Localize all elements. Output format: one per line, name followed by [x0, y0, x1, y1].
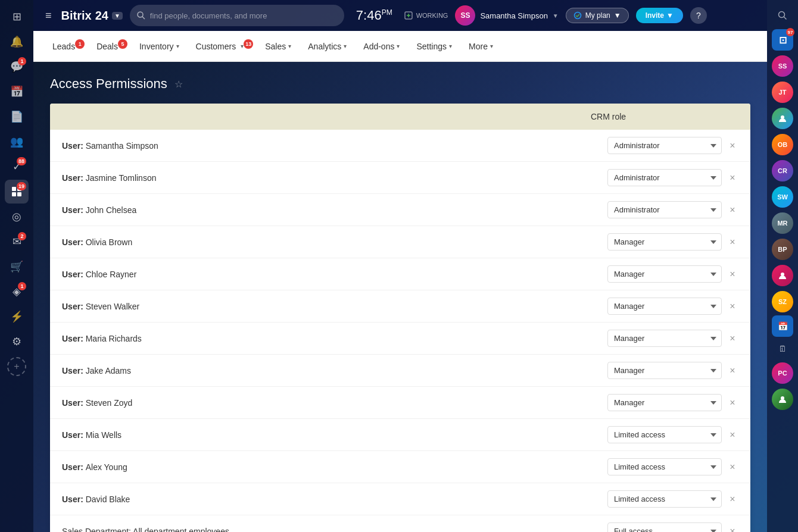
help-button[interactable]: ?	[690, 7, 707, 24]
right-avatar-5[interactable]: CR	[772, 160, 793, 181]
right-avatar-bp[interactable]: BP	[772, 239, 793, 260]
role-select-wrapper-11: AdministratorManagerLimited accessFull a…	[607, 458, 738, 475]
nav-item-inventory[interactable]: Inventory ▾	[132, 37, 186, 56]
email-badge: 2	[18, 232, 26, 240]
nav-item-analytics[interactable]: Analytics ▾	[301, 37, 354, 56]
invite-button[interactable]: Invite ▼	[636, 8, 683, 23]
app-logo[interactable]: Bitrix 24 ▼	[61, 9, 123, 23]
user-label-12: User: David Blake	[62, 495, 607, 504]
search-bar[interactable]	[130, 5, 344, 26]
right-calendar2-icon[interactable]: 🗓	[772, 338, 793, 359]
right-avatar-7[interactable]: MR	[772, 212, 793, 234]
row-close-12[interactable]: ×	[727, 494, 738, 505]
nav-item-addons[interactable]: Add-ons ▾	[356, 37, 407, 56]
sidebar-item-email[interactable]: ✉2	[5, 230, 29, 254]
row-close-5[interactable]: ×	[727, 269, 738, 280]
nav-label-inventory: Inventory	[139, 42, 174, 51]
sidebar-item-target[interactable]: ◎	[5, 205, 29, 229]
role-select-wrapper-2: AdministratorManagerLimited accessFull a…	[607, 169, 738, 186]
right-avatar-4[interactable]: OB	[772, 134, 793, 155]
sidebar-item-document[interactable]: 📄	[5, 105, 29, 129]
role-select-8[interactable]: AdministratorManagerLimited accessFull a…	[607, 362, 722, 379]
right-avatar-3[interactable]	[772, 108, 793, 129]
nav-label-settings: Settings	[416, 42, 447, 51]
role-select-1[interactable]: AdministratorManagerLimited accessFull a…	[607, 137, 722, 154]
role-select-wrapper-9: AdministratorManagerLimited accessFull a…	[607, 394, 738, 411]
svg-point-8	[779, 12, 785, 18]
role-select-13[interactable]: AdministratorManagerLimited accessFull a…	[607, 522, 722, 532]
search-input[interactable]	[150, 11, 337, 20]
user-profile[interactable]: SS Samantha Simpson ▼	[455, 5, 558, 26]
sidebar-item-shop[interactable]: 🛒	[5, 255, 29, 278]
role-select-5[interactable]: AdministratorManagerLimited accessFull a…	[607, 265, 722, 283]
chat-badge: 1	[18, 57, 26, 65]
role-select-12[interactable]: AdministratorManagerLimited accessFull a…	[607, 490, 722, 508]
sidebar-item-contacts[interactable]: 👥	[5, 130, 29, 154]
role-select-3[interactable]: AdministratorManagerLimited accessFull a…	[607, 201, 722, 218]
user-label-7: User: Maria Richards	[62, 334, 607, 343]
role-select-9[interactable]: AdministratorManagerLimited accessFull a…	[607, 394, 722, 411]
sidebar-item-settings[interactable]: ⚙	[5, 330, 29, 353]
my-plan-button[interactable]: My plan ▼	[566, 8, 629, 23]
svg-point-4	[138, 12, 143, 17]
logo-dropdown-icon[interactable]: ▼	[112, 12, 123, 20]
hamburger-icon[interactable]: ≡	[43, 7, 54, 24]
right-avatar-2[interactable]: JT	[772, 82, 793, 103]
role-select-7[interactable]: AdministratorManagerLimited accessFull a…	[607, 330, 722, 347]
role-select-6[interactable]: AdministratorManagerLimited accessFull a…	[607, 298, 722, 315]
sidebar-item-chat[interactable]: 💬1	[5, 55, 29, 79]
sidebar-item-automation[interactable]: ⚡	[5, 305, 29, 328]
sidebar-item-sites[interactable]: ◈1	[5, 280, 29, 303]
sidebar-add-button[interactable]: +	[7, 357, 26, 376]
row-close-9[interactable]: ×	[727, 398, 738, 408]
role-select-11[interactable]: AdministratorManagerLimited accessFull a…	[607, 458, 722, 475]
role-select-2[interactable]: AdministratorManagerLimited accessFull a…	[607, 169, 722, 186]
right-avatar-6[interactable]: SW	[772, 186, 793, 208]
user-label-1: User: Samantha Simpson	[62, 141, 607, 151]
right-calendar-icon[interactable]: 📅	[772, 315, 793, 337]
row-close-8[interactable]: ×	[727, 365, 738, 376]
row-close-13[interactable]: ×	[727, 526, 738, 533]
table-row: User: David BlakeAdministratorManagerLim…	[50, 483, 750, 515]
nav-item-leads[interactable]: Leads 1	[45, 37, 87, 56]
sidebar-item-calendar[interactable]: 📅	[5, 80, 29, 104]
sidebar-item-grid[interactable]: ⊞	[5, 5, 29, 29]
right-avatar-crm[interactable]: ⊡ 97	[772, 29, 793, 51]
search-icon	[137, 11, 145, 20]
nav-item-settings[interactable]: Settings ▾	[409, 37, 459, 56]
table-rows-container: User: Samantha SimpsonAdministratorManag…	[50, 130, 750, 532]
row-close-11[interactable]: ×	[727, 462, 738, 472]
nav-label-sales: Sales	[265, 42, 286, 51]
right-avatar-8[interactable]	[772, 265, 793, 286]
nav-item-deals[interactable]: Deals 5	[89, 37, 130, 56]
nav-item-customers[interactable]: Customers 13 ▾	[189, 37, 256, 56]
sidebar-item-tasks[interactable]: ✓88	[5, 155, 29, 179]
favorite-star-icon[interactable]: ☆	[174, 79, 183, 90]
table-row: User: Steven ZoydAdministratorManagerLim…	[50, 387, 750, 419]
row-close-2[interactable]: ×	[727, 173, 738, 183]
role-select-4[interactable]: AdministratorManagerLimited accessFull a…	[607, 233, 722, 251]
right-search-icon[interactable]	[772, 5, 793, 26]
row-close-4[interactable]: ×	[727, 237, 738, 248]
sidebar-item-bell[interactable]: 🔔	[5, 30, 29, 54]
table-row: User: Maria RichardsAdministratorManager…	[50, 323, 750, 355]
right-avatar-last[interactable]	[772, 389, 793, 410]
table-row: User: Steven WalkerAdministratorManagerL…	[50, 290, 750, 323]
nav-item-more[interactable]: More ▾	[462, 37, 500, 56]
row-close-10[interactable]: ×	[727, 430, 738, 440]
nav-label-leads: Leads	[52, 42, 75, 51]
row-close-6[interactable]: ×	[727, 301, 738, 312]
nav-item-sales[interactable]: Sales ▾	[258, 37, 298, 56]
sidebar-item-crm[interactable]: 19	[5, 180, 29, 204]
role-select-10[interactable]: AdministratorManagerLimited accessFull a…	[607, 426, 722, 443]
nav-label-customers: Customers	[196, 42, 236, 51]
sales-chevron-icon: ▾	[288, 43, 291, 49]
table-row: User: Samantha SimpsonAdministratorManag…	[50, 130, 750, 162]
row-close-1[interactable]: ×	[727, 140, 738, 151]
right-avatar-pc[interactable]: PC	[772, 362, 793, 384]
row-close-3[interactable]: ×	[727, 205, 738, 215]
row-close-7[interactable]: ×	[727, 333, 738, 344]
role-select-wrapper-5: AdministratorManagerLimited accessFull a…	[607, 265, 738, 283]
right-avatar-1[interactable]: SS	[772, 55, 793, 77]
right-avatar-9[interactable]: SZ	[772, 291, 793, 312]
